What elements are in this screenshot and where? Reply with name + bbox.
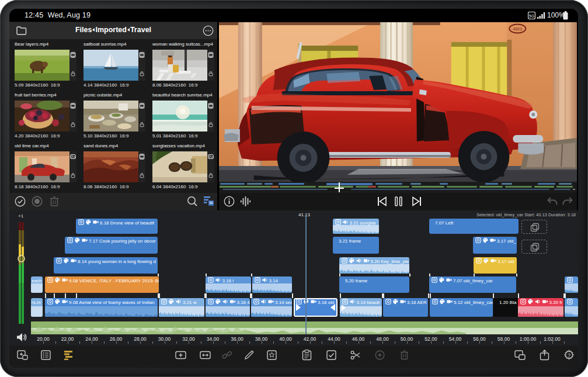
svg-text:?: ?	[568, 352, 570, 358]
svg-text:4603: 4603	[513, 27, 523, 31]
svg-text:5G: 5G	[529, 14, 534, 18]
